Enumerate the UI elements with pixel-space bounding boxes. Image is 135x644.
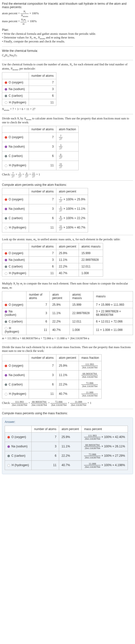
sodium-dot-icon <box>5 374 7 376</box>
table-row: Na (sodium)3327 × 100% = 11.1% <box>2 204 88 214</box>
table-row: C (carbon)622.2%12.011 <box>2 263 103 270</box>
natoms-total: Natoms = 7 + 3 + 6 + 11 = 27 <box>2 107 133 111</box>
divider <box>2 343 133 343</box>
table-row: C (carbon)6 <box>2 92 56 99</box>
hydrogen-dot-icon <box>5 164 8 167</box>
oxygen-dot-icon <box>5 136 7 139</box>
divider <box>2 279 133 279</box>
hydrogen-dot-icon <box>8 464 10 467</box>
table-row: O (oxygen)7 <box>2 79 56 86</box>
oxygen-dot-icon <box>5 304 7 306</box>
hydrogen-dot-icon <box>5 101 8 104</box>
carbon-dot-icon <box>5 217 7 220</box>
oxygen-dot-icon <box>5 365 7 367</box>
answer-box: Answer: number of atomsatom percentmass … <box>2 418 133 474</box>
sodium-dot-icon <box>5 310 7 313</box>
mass-desc: Look up the atomic mass, mi, in unified … <box>2 238 133 242</box>
sodium-dot-icon <box>5 146 7 148</box>
count-desc: Use the chemical formula to count the nu… <box>2 63 133 71</box>
pct-desc: Compute atom percents using the atom fra… <box>2 183 133 186</box>
divider <box>2 114 133 114</box>
carbon-dot-icon <box>5 320 7 323</box>
mass-percent-formula: mass percent = Nimim × 100% <box>2 18 133 25</box>
plan-title: Plan: <box>2 28 133 32</box>
table-row: H (hydrogen)111127 <box>2 161 79 170</box>
chemical-formula: C6H11Na3O7 <box>2 54 133 58</box>
frac-desc: Divide each Ni by Natoms to calculate at… <box>2 117 133 124</box>
carbon-dot-icon <box>5 384 7 386</box>
carbon-dot-icon <box>5 95 7 97</box>
divider <box>2 235 133 235</box>
table-row: H (hydrogen)1140.7%11.088264.11630784 <box>2 389 102 398</box>
mass-percent-table: number of atomsatom percentmass percent … <box>5 426 128 470</box>
element-label: O (oxygen) <box>9 81 23 84</box>
table-row: H (hydrogen)111127 × 100% = 40.7% <box>2 223 88 232</box>
check-1: Check: 727 + 327 + 627 + 1127 = 1 <box>2 172 133 178</box>
atoms-table: number of atoms O (oxygen)7 Na (sodium)3… <box>2 72 56 106</box>
table-row: O (oxygen)725.9%15.9997 × 15.999 = 111.9… <box>2 301 133 308</box>
hydrogen-dot-icon <box>5 327 8 330</box>
table-row: C (carbon)6627 <box>2 151 79 161</box>
mass-fraction-table: number of atomsatom percentmass fraction… <box>2 354 102 399</box>
table-row: C (carbon)622.2%12.0116 × 12.011 = 72.06… <box>2 318 133 325</box>
table-row: O (oxygen)725.9%15.999 <box>2 250 103 256</box>
table-row: O (oxygen)7727 × 100% = 25.9% <box>2 195 88 204</box>
check-2: Check: 111.993264.11630784 + 68.96930784… <box>2 400 133 406</box>
oxygen-dot-icon <box>5 82 7 84</box>
oxygen-dot-icon <box>5 198 7 201</box>
table-row: Na (sodium)3 <box>2 86 56 92</box>
element-label: H (hydrogen) <box>9 101 26 104</box>
atom-percent-formula: atom percent = NiNatoms × 100% <box>2 10 133 18</box>
hydrogen-dot-icon <box>5 393 8 396</box>
sodium-dot-icon <box>5 259 7 261</box>
table-row: H (hydrogen)1140.7%1.00811 × 1.008 = 11.… <box>2 325 133 335</box>
table-row: H (hydrogen)11 <box>2 99 56 106</box>
table-row: H (hydrogen)1140.7%1.008 <box>2 270 103 276</box>
atom-fraction-table: number of atomsatom fraction O (oxygen)7… <box>2 126 79 170</box>
mass-table: number of atomsatom percentatomic mass/u… <box>2 291 133 335</box>
answer-label: Answer: <box>5 420 130 424</box>
col-number-of-atoms: number of atoms <box>29 72 56 79</box>
table-row: H (hydrogen)1140.7%11.088264.11630784 × … <box>5 460 128 470</box>
table-row: Na (sodium)311.1%68.96930784264.11630784… <box>5 442 128 451</box>
table-row: C (carbon)622.2%72.066264.11630784 <box>2 380 102 389</box>
table-row: Na (sodium)311.1%68.96930784264.11630784 <box>2 370 102 380</box>
table-row: O (oxygen)725.9%111.993264.11630784 × 10… <box>5 432 128 442</box>
divider <box>2 60 133 60</box>
intro-text: Find the elemental composition for triac… <box>2 2 133 9</box>
write-formula-title: Write the chemical formula: <box>2 49 133 52</box>
divider <box>2 46 133 47</box>
divider <box>2 180 133 180</box>
table-row: C (carbon)6627 × 100% = 22.2% <box>2 214 88 223</box>
oxygen-dot-icon <box>5 252 7 255</box>
sodium-dot-icon <box>5 88 7 90</box>
plan-bullet-3: • Finally, compute the percents and chec… <box>2 40 133 44</box>
atom-percent-table: number of atomsatom percent O (oxygen)77… <box>2 188 88 232</box>
plan-bullet-1: • Write the chemical formula and gather … <box>2 32 133 36</box>
table-row: O (oxygen)7727 <box>2 132 79 142</box>
atomic-mass-table: number of atomsatom percentatomic mass/u… <box>2 243 103 276</box>
sodium-dot-icon <box>5 208 7 210</box>
divider <box>2 409 133 409</box>
carbon-dot-icon <box>5 266 7 268</box>
mass-pct-desc: Compute mass percents using the mass fra… <box>2 412 133 415</box>
table-row: Na (sodium)3327 <box>2 142 79 151</box>
table-row: C (carbon)622.2%72.066264.11630784 × 100… <box>5 451 128 460</box>
plan-bullet-2: • Determine values for Ni, mi, Natoms an… <box>2 36 133 40</box>
element-label: Na (sodium) <box>9 87 25 91</box>
hydrogen-dot-icon <box>5 272 8 275</box>
carbon-dot-icon <box>5 155 7 158</box>
oxygen-dot-icon <box>8 436 10 438</box>
plan-block: Plan: • Write the chemical formula and g… <box>2 28 133 44</box>
hydrogen-dot-icon <box>5 226 8 229</box>
sodium-dot-icon <box>8 445 10 448</box>
m-total: m = 111.993 u + 68.96930784 u + 72.066 u… <box>2 336 133 340</box>
mult-desc: Multiply Ni by mi to compute the mass fo… <box>2 282 133 290</box>
table-row: O (oxygen)725.9%111.993264.11630784 <box>2 361 102 370</box>
carbon-dot-icon <box>8 455 10 457</box>
element-label: C (carbon) <box>9 94 23 98</box>
mass-frac-desc: Divide the mass for each element by m to… <box>2 346 133 353</box>
table-row: Na (sodium)311.1%22.98976928 <box>2 256 103 263</box>
table-row: Na (sodium)311.1%22.989769283 × 22.98976… <box>2 308 133 318</box>
